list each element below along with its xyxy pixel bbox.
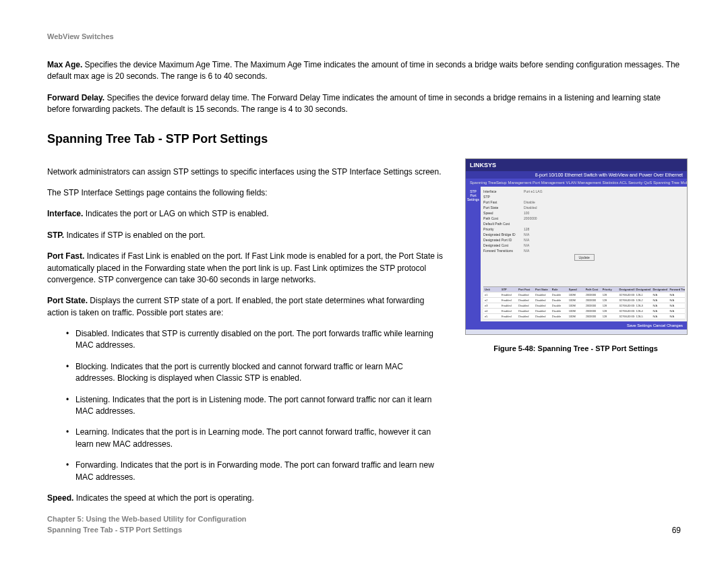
term-learning: Learning. xyxy=(75,427,109,437)
text-disabled: Indicates that STP is currently disabled… xyxy=(75,329,433,350)
text-stp: Indicates if STP is enabled on the port. xyxy=(64,230,205,240)
field-portstate: Port State. Displays the current STP sta… xyxy=(47,295,445,319)
fig-subtitle: 8-port 10/100 Ethernet Switch with WebVi… xyxy=(466,171,687,179)
figure-caption: Figure 5-48: Spanning Tree - STP Port Se… xyxy=(465,344,686,352)
term-max-age: Max Age. xyxy=(47,60,82,69)
field-stp: STP. Indicates if STP is enabled on the … xyxy=(47,230,445,241)
list-item: Forwarding. Indicates that the port is i… xyxy=(66,460,445,483)
fig-field-row: Speed100 xyxy=(483,211,685,215)
fig-field-row: Designated Bridge IDN/A xyxy=(483,232,685,237)
list-item: Disabled. Indicates that STP is currentl… xyxy=(66,328,445,352)
fig-field-row: Designated CostN/A xyxy=(483,243,685,247)
field-speed: Speed. Indicates the speed at which the … xyxy=(47,493,445,504)
para-forward-delay: Forward Delay. Specifies the device forw… xyxy=(47,92,681,116)
text-forward-delay: Specifies the device forward delay time.… xyxy=(47,93,661,114)
term-stp: STP. xyxy=(47,230,64,240)
text-interface: Indicates the port or LAG on which STP i… xyxy=(83,209,268,218)
text-portfast: Indicates if Fast Link is enabled on the… xyxy=(47,251,443,284)
field-interface: Interface. Indicates the port or LAG on … xyxy=(47,208,445,220)
fig-field-row: Priority128 xyxy=(483,227,685,231)
para-max-age: Max Age. Specifies the device Maximum Ag… xyxy=(47,59,681,83)
list-item: Learning. Indicates that the port is in … xyxy=(66,427,445,450)
para-intro2: The STP Interface Settings page contains… xyxy=(47,187,445,199)
term-listening: Listening. xyxy=(75,395,110,404)
fig-field-row: Port FastDisable xyxy=(483,200,685,204)
port-state-list: Disabled. Indicates that STP is currentl… xyxy=(47,328,445,483)
fig-brand: LINKSYS xyxy=(466,159,687,171)
fig-field-row: Designated Port IDN/A xyxy=(483,238,685,242)
text-column: Network administrators can assign STP se… xyxy=(47,158,445,514)
text-learning: Indicates that the port is in Learning m… xyxy=(75,427,431,448)
fig-field-row: Port StateDisabled xyxy=(483,206,685,210)
footer-section: Spanning Tree Tab - STP Port Settings xyxy=(47,525,247,535)
text-forwarding: Indicates that the port is in Forwarding… xyxy=(75,460,434,481)
figure-screenshot: LINKSYS 8-port 10/100 Ethernet Switch wi… xyxy=(465,158,688,335)
footer-chapter: Chapter 5: Using the Web-based Utility f… xyxy=(47,514,247,524)
text-speed: Indicates the speed at which the port is… xyxy=(73,493,254,503)
page-footer: Chapter 5: Using the Web-based Utility f… xyxy=(47,514,681,535)
term-interface: Interface. xyxy=(47,209,83,218)
fig-main-panel: InterfacePort e1 LAGSTPPort FastDisableP… xyxy=(481,187,688,321)
fig-update-button: Update xyxy=(574,254,595,261)
page-number: 69 xyxy=(672,526,681,535)
term-disabled: Disabled. xyxy=(75,329,109,338)
fig-footer-buttons: Save Settings Cancel Changes xyxy=(466,321,687,330)
section-title: Spanning Tree Tab - STP Port Settings xyxy=(47,132,681,146)
fig-nav: Spanning Tree Setup Management Port Mana… xyxy=(466,179,687,187)
term-speed: Speed. xyxy=(47,493,73,503)
list-item: Blocking. Indicates that the port is cur… xyxy=(66,361,445,385)
figure: LINKSYS 8-port 10/100 Ethernet Switch wi… xyxy=(465,158,686,352)
fig-field-row: STP xyxy=(483,195,685,199)
list-item: Listening. Indicates that the port is in… xyxy=(66,394,445,418)
fig-field-row: Default Path Cost xyxy=(483,222,685,226)
para-intro1: Network administrators can assign STP se… xyxy=(47,166,445,178)
fig-table: UnitSTPPort FastPort StateRoleSpeedPath … xyxy=(483,286,685,319)
text-max-age: Specifies the device Maximum Age Time. T… xyxy=(47,60,679,81)
fig-nav-items: Setup Management Port Management VLAN Ma… xyxy=(496,181,688,185)
term-portstate: Port State. xyxy=(47,296,88,305)
term-forward-delay: Forward Delay. xyxy=(47,93,104,102)
header-label: WebView Switches xyxy=(47,32,681,40)
field-portfast: Port Fast. Indicates if Fast Link is ena… xyxy=(47,251,445,286)
text-blocking: Indicates that the port is currently blo… xyxy=(75,362,403,383)
text-portstate: Displays the current STP state of a port… xyxy=(47,296,424,317)
fig-field-row: Forward TransitionsN/A xyxy=(483,249,685,253)
term-forwarding: Forwarding. xyxy=(75,460,118,470)
fig-field-row: Path Cost2000000 xyxy=(483,216,685,220)
document-page: WebView Switches Max Age. Specifies the … xyxy=(0,0,728,562)
fig-field-row: InterfacePort e1 LAG xyxy=(483,189,685,193)
term-portfast: Port Fast. xyxy=(47,251,84,261)
fig-side-label: STP Port Settings xyxy=(466,187,481,321)
text-listening: Indicates that the port is in Listening … xyxy=(75,395,432,416)
figure-column: LINKSYS 8-port 10/100 Ethernet Switch wi… xyxy=(465,158,688,352)
fig-nav-left: Spanning Tree xyxy=(470,181,496,185)
term-blocking: Blocking. xyxy=(75,362,109,371)
